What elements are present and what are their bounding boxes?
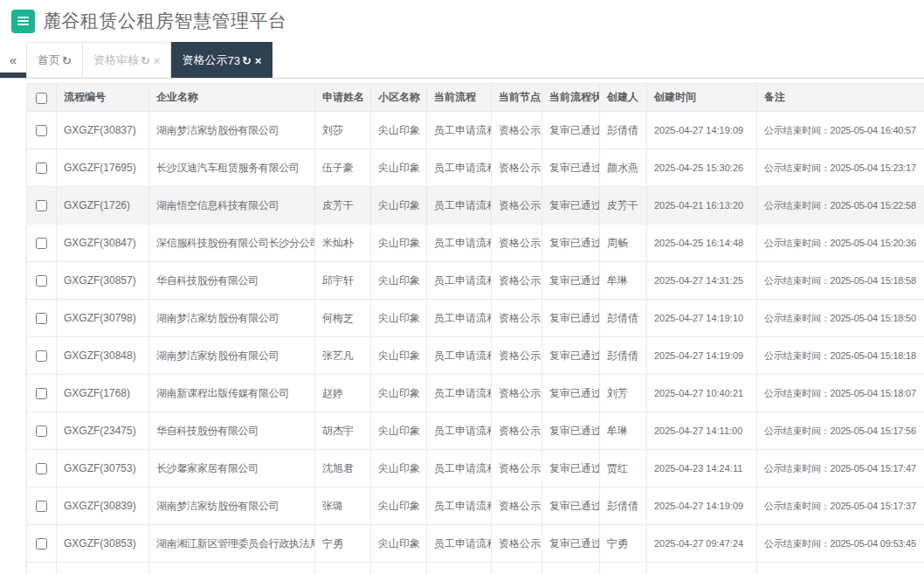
cell-id: GXGZF(1726) xyxy=(57,187,149,225)
cell-created: 2025-04-27 10:40:21 xyxy=(647,375,757,412)
row-select-cell xyxy=(27,300,57,337)
column-header-applicant: 申请姓名 xyxy=(315,84,371,112)
cell-empty xyxy=(149,563,315,574)
cell-id: GXGZF(30848) xyxy=(57,337,149,375)
cell-company: 湖南梦洁家纺股份有限公司 xyxy=(149,337,315,375)
cell-flow: 员工申请流程 xyxy=(427,525,492,563)
cell-created: 2025-04-27 14:19:09 xyxy=(647,112,757,149)
cell-created: 2025-04-21 16:13:20 xyxy=(647,187,757,225)
tab-scroll-left-button[interactable]: « xyxy=(0,42,26,78)
cell-empty xyxy=(27,563,57,574)
cell-company: 湖南湘江新区管理委员会行政执法局 xyxy=(149,525,315,563)
row-select-cell xyxy=(27,525,57,563)
refresh-icon[interactable]: ↻ xyxy=(141,54,150,67)
cell-remark: 公示结束时间：2025-05-04 15:23:17 xyxy=(757,149,924,187)
table-row: GXGZF(1768)湖南新课程出版传媒有限公司赵婷尖山印象员工申请流程资格公示… xyxy=(27,375,924,412)
cell-node: 资格公示 xyxy=(492,525,542,563)
column-header-remark: 备注 xyxy=(757,84,924,112)
cell-created: 2025-04-27 09:47:24 xyxy=(647,525,757,563)
close-icon[interactable]: × xyxy=(154,54,161,67)
cell-remark: 公示结束时间：2025-05-04 15:20:36 xyxy=(757,225,924,262)
cell-company: 湖南梦洁家纺股份有限公司 xyxy=(149,488,315,525)
cell-empty xyxy=(542,563,600,574)
cell-remark: 公示结束时间：2025-05-04 15:18:50 xyxy=(757,300,924,337)
row-checkbox[interactable] xyxy=(36,388,47,399)
row-checkbox[interactable] xyxy=(36,163,47,174)
tab-qualification-review[interactable]: 资格审核 ↻ × xyxy=(83,42,172,78)
cell-created: 2025-04-27 14:19:09 xyxy=(647,337,757,375)
cell-company: 华自科技股份有限公司 xyxy=(149,412,315,450)
table-row: GXGZF(30753)长沙馨家家居有限公司沈旭君尖山印象员工申请流程资格公示复… xyxy=(27,450,924,488)
cell-node: 资格公示 xyxy=(492,337,542,375)
column-header-process-id: 流程编号 xyxy=(57,84,149,112)
cell-company: 长沙馨家家居有限公司 xyxy=(149,450,315,488)
cell-community: 尖山印象 xyxy=(371,450,427,488)
cell-creator: 周畅 xyxy=(600,225,647,262)
cell-flow: 员工申请流程 xyxy=(427,337,492,375)
row-checkbox[interactable] xyxy=(36,125,47,136)
row-select-cell xyxy=(27,450,57,488)
app-header: 麓谷租赁公租房智慧管理平台 xyxy=(0,0,924,42)
refresh-icon[interactable]: ↻ xyxy=(62,54,72,67)
row-select-cell xyxy=(27,337,57,375)
cell-node: 资格公示 xyxy=(492,262,542,300)
cell-empty xyxy=(600,563,647,574)
cell-remark: 公示结束时间：2025-05-04 15:18:07 xyxy=(757,375,924,412)
tab-label: 首页 xyxy=(38,52,60,68)
cell-applicant: 伍子豪 xyxy=(315,149,371,187)
cell-status: 复审已通过 xyxy=(542,262,600,300)
tab-qualification-publicity[interactable]: 资格公示 73 ↻ × xyxy=(171,42,272,78)
cell-id: GXGZF(30798) xyxy=(57,300,149,337)
row-select-cell xyxy=(27,412,57,450)
row-checkbox[interactable] xyxy=(36,200,47,211)
cell-status: 复审已通过 xyxy=(542,375,600,412)
cell-flow: 员工申请流程 xyxy=(427,187,492,225)
row-checkbox[interactable] xyxy=(36,425,47,437)
cell-company: 湖南悟空信息科技有限公司 xyxy=(149,187,315,225)
cell-id: GXGZF(30837) xyxy=(57,112,149,149)
menu-button[interactable] xyxy=(11,10,35,33)
qualification-publicity-table: 流程编号 企业名称 申请姓名 小区名称 当前流程 当前节点 当前流程状态 创建人… xyxy=(26,83,924,574)
table-row: GXGZF(1726)湖南悟空信息科技有限公司皮芳干尖山印象员工申请流程资格公示… xyxy=(27,187,924,225)
cell-empty xyxy=(647,563,757,574)
cell-empty xyxy=(315,563,371,574)
cell-remark: 公示结束时间：2025-05-04 15:17:47 xyxy=(757,450,924,488)
cell-created: 2025-04-27 14:11:00 xyxy=(647,412,757,450)
tab-home[interactable]: 首页 ↻ xyxy=(26,42,83,78)
table-row: GXGZF(17695)长沙汉迪汽车租赁服务有限公司伍子豪尖山印象员工申请流程资… xyxy=(27,149,924,187)
content-area: 流程编号 企业名称 申请姓名 小区名称 当前流程 当前节点 当前流程状态 创建人… xyxy=(26,83,924,574)
cell-applicant: 宁勇 xyxy=(315,525,371,563)
cell-company: 深信服科技股份有限公司长沙分公司 xyxy=(149,225,315,262)
cell-node: 资格公示 xyxy=(492,488,542,525)
cell-empty xyxy=(57,563,149,574)
cell-company: 湖南梦洁家纺股份有限公司 xyxy=(149,112,315,149)
cell-id: GXGZF(23475) xyxy=(57,412,149,450)
cell-applicant: 何梅芝 xyxy=(315,300,371,337)
row-checkbox[interactable] xyxy=(36,538,47,550)
row-checkbox[interactable] xyxy=(36,350,47,362)
row-checkbox[interactable] xyxy=(36,463,47,474)
row-checkbox[interactable] xyxy=(36,313,47,324)
row-checkbox[interactable] xyxy=(36,238,47,249)
tab-label: 资格审核 xyxy=(93,52,139,68)
cell-creator: 彭倩倩 xyxy=(600,488,647,525)
cell-community: 尖山印象 xyxy=(371,187,427,225)
cell-id: GXGZF(30847) xyxy=(57,225,149,262)
cell-creator: 彭倩倩 xyxy=(600,337,647,375)
refresh-icon[interactable]: ↻ xyxy=(242,54,252,67)
cell-created: 2025-04-27 14:19:09 xyxy=(647,488,757,525)
cell-creator: 皮芳干 xyxy=(600,187,647,225)
select-all-checkbox[interactable] xyxy=(36,93,47,104)
row-checkbox[interactable] xyxy=(36,275,47,287)
cell-status: 复审已通过 xyxy=(542,149,600,187)
cell-applicant: 张艺凡 xyxy=(315,337,371,375)
close-icon[interactable]: × xyxy=(255,54,262,67)
cell-id: GXGZF(1768) xyxy=(57,375,149,412)
cell-remark: 公示结束时间：2025-05-04 09:53:45 xyxy=(757,525,924,563)
cell-creator: 牟琳 xyxy=(600,412,647,450)
row-checkbox[interactable] xyxy=(36,501,47,512)
table-row: GXGZF(30848)湖南梦洁家纺股份有限公司张艺凡尖山印象员工申请流程资格公… xyxy=(27,337,924,375)
column-header-creator: 创建人 xyxy=(600,84,647,112)
cell-node: 资格公示 xyxy=(492,225,542,262)
cell-node: 资格公示 xyxy=(492,300,542,337)
